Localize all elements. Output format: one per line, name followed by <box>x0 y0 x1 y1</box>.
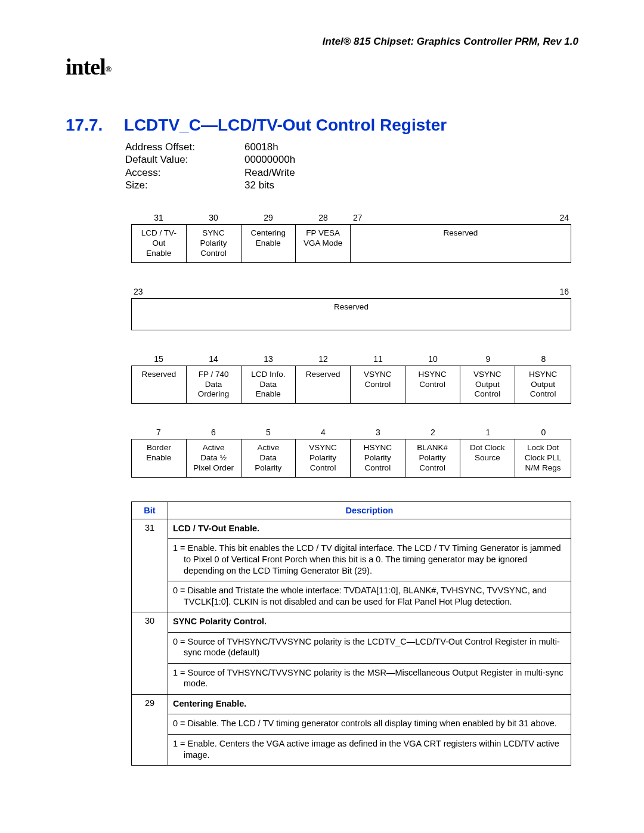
bit-cell: LCD / TV-OutEnable <box>132 225 187 262</box>
description-cell: SYNC Polarity Control. <box>168 612 571 633</box>
bit-number: 7 <box>131 428 186 437</box>
section-heading: 17.7. LCDTV_C—LCD/TV-Out Control Registe… <box>66 116 578 135</box>
attr-label: Access: <box>125 166 244 179</box>
bit-cell: CenteringEnable <box>242 225 296 262</box>
bit-number: 0 <box>516 428 571 437</box>
attr-label: Address Offset: <box>125 141 244 153</box>
table-row: 1 = Enable. Centers the VGA active image… <box>132 734 571 765</box>
bit-number-labels: 2316 <box>131 287 571 296</box>
bit-cells: LCD / TV-OutEnableSYNCPolarityControlCen… <box>131 224 571 263</box>
section-number: 17.7. <box>66 116 119 135</box>
section-title: LCDTV_C—LCD/TV-Out Control Register <box>124 116 447 134</box>
bit-cell: Reserved <box>132 366 187 404</box>
bit-cell: BorderEnable <box>132 439 187 477</box>
bit-number: 31 <box>131 213 186 222</box>
bit-number: 15 <box>131 354 186 364</box>
bit-cell: SYNCPolarityControl <box>187 225 242 262</box>
attr-label: Default Value: <box>125 153 244 166</box>
bit-number: 1 <box>460 428 516 437</box>
bit-number-labels: 15141312111098 <box>131 354 571 364</box>
bit-cell: FP / 740DataOrdering <box>187 366 242 404</box>
bit-cell: HSYNCOutputControl <box>515 366 571 404</box>
bit-row: 2316Reserved <box>131 287 571 330</box>
bit-field-diagram: 313029282724LCD / TV-OutEnableSYNCPolari… <box>131 213 571 478</box>
doc-title: Intel® 815 Chipset: Graphics Controller … <box>66 36 578 48</box>
bit-cell: ActiveDataPolarity <box>242 439 296 477</box>
bit-number: 29 <box>241 213 296 222</box>
bit-number: 24 <box>378 213 571 222</box>
bit-cell: Reserved <box>351 225 571 262</box>
table-row: 1 = Source of TVHSYNC/TVVSYNC polarity i… <box>132 663 571 694</box>
bit-cell: ActiveData ½Pixel Order <box>187 439 242 477</box>
bit-number: 10 <box>405 354 460 364</box>
bit-number-labels: 313029282724 <box>131 213 571 222</box>
description-cell: LCD / TV-Out Enable. <box>168 519 571 539</box>
bit-cell: LCD Info.DataEnable <box>242 366 296 404</box>
bit-cell: HSYNCControl <box>405 366 460 404</box>
bit-row: 15141312111098ReservedFP / 740DataOrderi… <box>131 354 571 404</box>
bit-number: 27 <box>351 213 378 222</box>
table-row: 0 = Disable and Tristate the whole inter… <box>132 581 571 612</box>
attr-value: Read/Write <box>244 166 364 179</box>
bit-number: 23 <box>131 287 351 296</box>
attr-value: 60018h <box>244 141 364 153</box>
bit-number: 14 <box>186 354 241 364</box>
table-row: 0 = Source of TVHSYNC/TVVSYNC polarity i… <box>132 632 571 663</box>
bit-number-labels: 76543210 <box>131 428 571 437</box>
bit-number: 30 <box>186 213 241 222</box>
bit-number-cell: 29 <box>132 694 168 765</box>
bit-cell: HSYNCPolarityControl <box>351 439 405 477</box>
bit-cells: BorderEnableActiveData ½Pixel OrderActiv… <box>131 439 571 478</box>
table-header-bit: Bit <box>132 501 168 519</box>
bit-number: 12 <box>296 354 351 364</box>
bit-cell: VSYNCOutputControl <box>460 366 516 404</box>
bit-number: 4 <box>296 428 351 437</box>
description-cell: 0 = Disable. The LCD / TV timing generat… <box>168 714 571 735</box>
bit-number: 6 <box>186 428 241 437</box>
bit-description-table: Bit Description 31LCD / TV-Out Enable.1 … <box>131 501 571 766</box>
bit-number: 3 <box>351 428 405 437</box>
bit-cell: VSYNCPolarityControl <box>296 439 351 477</box>
bit-cell: Reserved <box>296 366 351 404</box>
bit-number: 9 <box>460 354 516 364</box>
table-row: 30SYNC Polarity Control. <box>132 612 571 633</box>
attr-value: 32 bits <box>244 179 364 191</box>
description-cell: 1 = Enable. Centers the VGA active image… <box>168 734 571 765</box>
bit-row: 313029282724LCD / TV-OutEnableSYNCPolari… <box>131 213 571 263</box>
bit-cell: FP VESAVGA Mode <box>296 225 351 262</box>
bit-cell: Dot ClockSource <box>460 439 516 477</box>
table-row: 0 = Disable. The LCD / TV timing generat… <box>132 714 571 735</box>
bit-number: 13 <box>241 354 296 364</box>
bit-cells: ReservedFP / 740DataOrderingLCD Info.Dat… <box>131 366 571 404</box>
description-cell: 1 = Source of TVHSYNC/TVVSYNC polarity i… <box>168 663 571 694</box>
description-cell: Centering Enable. <box>168 694 571 714</box>
bit-number: 5 <box>241 428 296 437</box>
bit-number: 8 <box>516 354 571 364</box>
bit-cells: Reserved <box>131 298 571 330</box>
table-row: 1 = Enable. This bit enables the LCD / T… <box>132 539 571 581</box>
bit-number: 11 <box>351 354 405 364</box>
bit-cell: Lock DotClock PLLN/M Regs <box>515 439 571 477</box>
bit-number: 2 <box>405 428 460 437</box>
page-header: Intel® 815 Chipset: Graphics Controller … <box>66 36 578 48</box>
bit-cell: BLANK#PolarityControl <box>405 439 460 477</box>
description-cell: 1 = Enable. This bit enables the LCD / T… <box>168 539 571 581</box>
bit-cell: Reserved <box>132 299 571 330</box>
table-row: 31LCD / TV-Out Enable. <box>132 519 571 539</box>
bit-number: 16 <box>351 287 571 296</box>
intel-logo: intel® <box>66 54 578 80</box>
description-cell: 0 = Source of TVHSYNC/TVVSYNC polarity i… <box>168 632 571 663</box>
table-row: 29Centering Enable. <box>132 694 571 714</box>
bit-number: 28 <box>296 213 351 222</box>
bit-cell: VSYNCControl <box>351 366 405 404</box>
register-attributes: Address Offset: 60018h Default Value: 00… <box>125 141 578 191</box>
attr-label: Size: <box>125 179 244 191</box>
bit-number-cell: 31 <box>132 519 168 612</box>
table-header-description: Description <box>168 501 571 519</box>
bit-row: 76543210BorderEnableActiveData ½Pixel Or… <box>131 428 571 478</box>
description-cell: 0 = Disable and Tristate the whole inter… <box>168 581 571 612</box>
attr-value: 00000000h <box>244 153 364 166</box>
bit-number-cell: 30 <box>132 612 168 695</box>
